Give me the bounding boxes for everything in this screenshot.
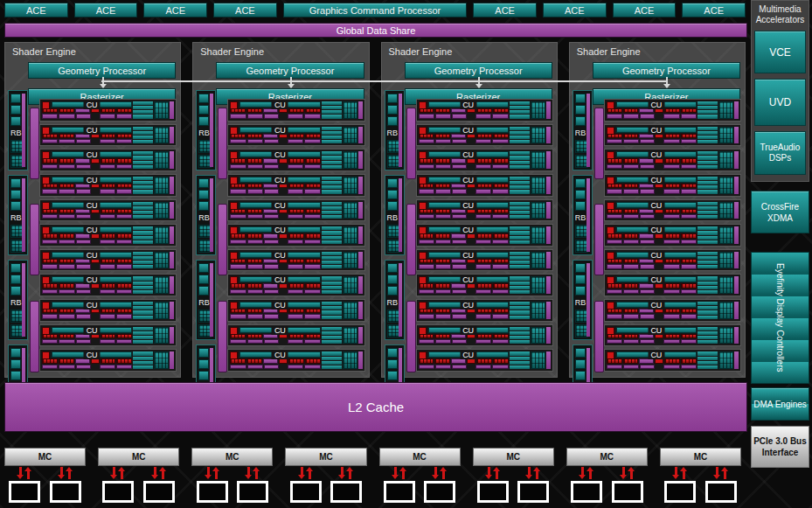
cu-texture-grid [718,177,733,194]
cu-texture-bar [322,140,342,143]
cu-texture-bar [697,302,718,305]
cu-lds-block [264,214,279,219]
cu-register-block [419,139,434,143]
cu-cache-bar [734,327,739,344]
rb-cell [198,286,209,296]
cu-register-block [304,365,320,369]
cu-spacer [280,139,287,143]
cu-lds-block [264,189,279,193]
rb-cell [10,94,21,103]
simd-lane-block [42,259,58,263]
cu-register-block [247,365,263,369]
memory-chip-row [4,481,741,503]
cu-label: CU [272,126,288,135]
up-arrow-icon [536,471,538,479]
compute-unit: CU [39,124,177,147]
cu-texture-bar [510,316,530,319]
cu-label: CU [460,176,476,184]
cu-cache-bar [734,101,739,119]
cu-register-block [492,240,508,244]
cu-register-block [247,240,263,244]
simd-lane-block [116,233,132,238]
up-arrow-icon [442,471,445,479]
rasterizer-crossbar-line [101,80,668,82]
cu-spacer [656,214,663,219]
cu-texture-bar [697,316,718,319]
ace-box: ACE [74,3,138,17]
cu-lds-block [76,139,91,143]
simd-lane-block [419,309,434,313]
simd-lane-block [246,358,262,363]
rb-cell [198,359,209,369]
cu-texture-grid [343,177,357,194]
simd-lane-block [59,209,74,213]
up-arrow-icon [496,471,498,479]
memory-chip [664,481,696,503]
rb-label: RB [10,298,22,307]
cu-texture-bars [510,202,530,219]
cu-lds-block [264,289,279,294]
cu-label: CU [648,126,664,135]
cu-register-block [623,214,639,219]
up-arrow-icon [402,471,405,479]
cu-spacer [280,289,287,294]
rb-buffer-bar [22,263,25,337]
cu-label: CU [648,150,664,159]
shader-engine: Shader EngineGeometry ProcessorRasterize… [381,42,558,378]
cu-texture-bar [510,136,530,139]
cu-texture-bar [133,165,153,169]
cu-scheduler-row: CU [42,302,132,308]
down-arrow-icon [247,467,250,475]
cu-register-block [100,214,115,219]
l2-cache: L2 Cache [4,382,747,432]
cu-spacer [656,114,663,118]
simd-lane-block [288,209,304,213]
compute-unit: CU [416,99,553,122]
cu-scheduler-row: CU [607,302,697,308]
rb-cell [575,201,586,211]
cu-lds-block [452,289,467,294]
cu-texture-bars [322,151,342,169]
gpu-block-diagram: ACEACEACEACEGraphics Command ProcessorAC… [0,0,812,508]
simd-lane-block [623,209,639,213]
simd-lane-block [664,134,680,138]
cu-texture-bar [510,331,530,335]
cu-texture-bar [322,331,342,335]
cu-register-block [607,365,622,369]
cu-core-area: CU [607,351,697,369]
rb-block: RB [573,90,593,170]
simd-lane-block [59,283,74,288]
cu-texture-bar [322,357,342,360]
rb-label: RB [198,129,210,137]
simd-lane-block [681,134,697,138]
cu-spacer [468,314,475,318]
shader-engine: Shader EngineGeometry ProcessorRasterize… [4,42,181,378]
cu-texture-bars [133,127,153,144]
cu-spacer [468,114,475,118]
simd-lane-block [246,334,262,338]
simd-lane-block [116,108,132,113]
cu-register-block [623,314,639,318]
cu-register-block [304,240,320,244]
cu-texture-bar [510,282,530,285]
cu-texture-grid [343,101,357,119]
cu-texture-bar [697,106,718,109]
cu-spacer [656,139,663,143]
cu-lds-block [264,264,279,268]
cu-register-block [230,114,246,118]
cu-texture-bars [697,127,718,144]
cu-texture-grid [343,302,357,319]
simd-lane-block [607,233,622,238]
cu-texture-area [510,127,545,144]
cu-texture-bars [510,226,530,244]
compute-unit: CU [39,249,177,272]
cu-register-row [607,164,697,169]
cu-cache-bar [358,302,363,319]
cu-cache-bar [170,202,174,219]
simd-lane-block [493,259,509,263]
cu-register-block [230,139,246,143]
cu-texture-bar [697,361,718,365]
io-sidebar: Multimedia Accelerators VCE UVD TrueAudi… [751,0,809,508]
cu-scheduler-bar: CU [616,127,697,133]
down-arrow-icon [154,467,156,475]
